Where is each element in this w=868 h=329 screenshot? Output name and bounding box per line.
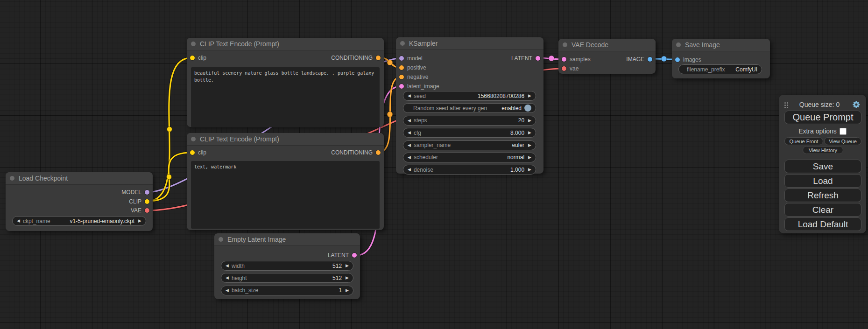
decrement-arrow-icon[interactable]: ◀ (408, 116, 411, 125)
negative-prompt-textarea[interactable]: text, watermark (191, 161, 380, 229)
output-slot-vae-dot[interactable] (145, 208, 149, 213)
node-title-bar[interactable]: CLIP Text Encode (Prompt) (187, 38, 384, 50)
output-slot-model-dot[interactable] (145, 190, 149, 195)
node-title-bar[interactable]: VAE Decode (558, 39, 656, 51)
toggle-circle-icon[interactable] (524, 105, 531, 112)
node-ksampler[interactable]: KSampler model LATENT positive negative … (396, 37, 543, 174)
queue-front-button[interactable]: Queue Front (784, 137, 823, 145)
extra-options-checkbox[interactable] (840, 128, 847, 135)
queue-size-label: Queue size: 0 (787, 101, 852, 108)
increment-arrow-icon[interactable]: ▶ (346, 286, 349, 295)
scheduler-widget[interactable]: ◀ scheduler normal ▶ (403, 153, 536, 162)
input-slot-images-dot[interactable] (675, 57, 680, 62)
node-title-bar[interactable]: CLIP Text Encode (Prompt) (187, 133, 384, 146)
decrement-arrow-icon[interactable]: ◀ (408, 153, 411, 162)
input-slot-clip-dot[interactable] (190, 56, 195, 60)
node-save-image[interactable]: Save Image images filename_prefix ComfyU… (672, 39, 770, 78)
random-seed-toggle-widget[interactable]: Random seed after every gen enabled (403, 103, 536, 113)
increment-arrow-icon[interactable]: ▶ (528, 128, 531, 137)
increment-arrow-icon[interactable]: ▶ (138, 217, 141, 225)
settings-gear-icon[interactable] (852, 100, 861, 109)
node-title-bar[interactable]: Empty Latent Image (214, 233, 360, 246)
output-row-clip: CLIP (6, 197, 153, 206)
clear-button[interactable]: Clear (784, 203, 861, 217)
input-label: samples (570, 56, 591, 63)
height-widget[interactable]: ◀ height 512 ▶ (221, 273, 353, 283)
slot-row-latent-image: latent_image (396, 82, 543, 91)
decrement-arrow-icon[interactable]: ◀ (408, 128, 411, 137)
decrement-arrow-icon[interactable]: ◀ (226, 286, 229, 295)
increment-arrow-icon[interactable]: ▶ (528, 91, 531, 100)
decrement-arrow-icon[interactable]: ◀ (226, 261, 229, 270)
decrement-arrow-icon[interactable]: ◀ (408, 141, 411, 150)
output-row-model: MODEL (6, 188, 153, 197)
slot-row-samples: samples IMAGE (558, 55, 656, 64)
output-slot-latent-dot[interactable] (352, 253, 357, 258)
input-label: latent_image (407, 83, 439, 90)
steps-widget[interactable]: ◀ steps 20 ▶ (403, 116, 536, 126)
input-slot-negative-dot[interactable] (399, 75, 404, 79)
width-widget[interactable]: ◀ width 512 ▶ (221, 261, 353, 271)
cfg-widget[interactable]: ◀ cfg 8.000 ▶ (403, 128, 536, 138)
input-slot-model-dot[interactable] (399, 56, 404, 61)
node-title-bar[interactable]: KSampler (396, 37, 543, 50)
input-slot-clip-dot[interactable] (190, 150, 195, 155)
node-title: CLIP Text Encode (Prompt) (200, 40, 279, 48)
increment-arrow-icon[interactable]: ▶ (528, 141, 531, 150)
collapse-dot-icon[interactable] (10, 176, 14, 181)
sampler-name-widget[interactable]: ◀ sampler_name euler ▶ (403, 140, 536, 150)
collapse-dot-icon[interactable] (191, 137, 196, 141)
collapse-dot-icon[interactable] (191, 42, 196, 46)
increment-arrow-icon[interactable]: ▶ (528, 153, 531, 162)
output-label: IMAGE (626, 56, 644, 63)
node-empty-latent-image[interactable]: Empty Latent Image LATENT ◀ width 512 ▶ … (214, 233, 360, 299)
input-slot-vae-dot[interactable] (562, 66, 566, 71)
collapse-dot-icon[interactable] (563, 42, 567, 47)
output-slot-conditioning-dot[interactable] (376, 150, 381, 155)
load-button[interactable]: Load (784, 174, 861, 188)
input-slot-latent-image-dot[interactable] (399, 84, 404, 89)
node-clip-text-encode-positive[interactable]: CLIP Text Encode (Prompt) clip CONDITION… (187, 38, 384, 127)
ckpt-name-widget[interactable]: ◀ ckpt_name v1-5-pruned-emaonly.ckpt ▶ (12, 216, 146, 226)
denoise-widget[interactable]: ◀ denoise 1.000 ▶ (403, 165, 536, 175)
queue-prompt-button[interactable]: Queue Prompt (784, 111, 861, 124)
seed-widget[interactable]: ◀ seed 156680208700286 ▶ (403, 91, 536, 101)
input-label: model (407, 55, 423, 62)
decrement-arrow-icon[interactable]: ◀ (408, 165, 411, 174)
node-title-bar[interactable]: Load Checkpoint (6, 172, 153, 185)
node-load-checkpoint[interactable]: Load Checkpoint MODEL CLIP VAE ◀ ckpt_na… (6, 172, 153, 231)
output-slot-image-dot[interactable] (648, 57, 652, 62)
output-slot-conditioning-dot[interactable] (376, 56, 381, 60)
widget-label: denoise (414, 167, 433, 173)
node-clip-text-encode-negative[interactable]: CLIP Text Encode (Prompt) clip CONDITION… (187, 133, 384, 230)
increment-arrow-icon[interactable]: ▶ (528, 116, 531, 125)
comfyui-canvas[interactable]: { "nodes": { "load_checkpoint": { "title… (0, 0, 868, 329)
increment-arrow-icon[interactable]: ▶ (346, 273, 349, 282)
collapse-dot-icon[interactable] (676, 42, 681, 47)
filename-prefix-widget[interactable]: filename_prefix ComfyUI (678, 64, 762, 74)
slot-row-images: images (672, 55, 770, 64)
increment-arrow-icon[interactable]: ▶ (346, 261, 349, 270)
decrement-arrow-icon[interactable]: ◀ (408, 91, 411, 100)
widget-value: 156680208700286 (478, 93, 524, 99)
drag-handle-icon[interactable] (784, 102, 786, 104)
batch-size-widget[interactable]: ◀ batch_size 1 ▶ (221, 286, 353, 295)
decrement-arrow-icon[interactable]: ◀ (226, 273, 229, 282)
input-slot-samples-dot[interactable] (562, 57, 566, 62)
decrement-arrow-icon[interactable]: ◀ (17, 217, 20, 225)
node-title-bar[interactable]: Save Image (672, 39, 770, 51)
node-vae-decode[interactable]: VAE Decode samples IMAGE vae (558, 39, 656, 74)
output-slot-clip-dot[interactable] (145, 199, 149, 204)
load-default-button[interactable]: Load Default (784, 217, 861, 231)
input-slot-positive-dot[interactable] (399, 65, 404, 70)
save-button[interactable]: Save (784, 160, 861, 173)
view-history-button[interactable]: View History (803, 146, 843, 154)
refresh-button[interactable]: Refresh (784, 189, 861, 202)
output-slot-latent-dot[interactable] (536, 56, 540, 61)
view-queue-button[interactable]: View Queue (824, 137, 861, 145)
collapse-dot-icon[interactable] (219, 237, 223, 242)
increment-arrow-icon[interactable]: ▶ (528, 165, 531, 174)
widget-label: width (232, 263, 245, 269)
collapse-dot-icon[interactable] (400, 41, 405, 46)
positive-prompt-textarea[interactable]: beautiful scenery nature glass bottle la… (191, 67, 380, 127)
